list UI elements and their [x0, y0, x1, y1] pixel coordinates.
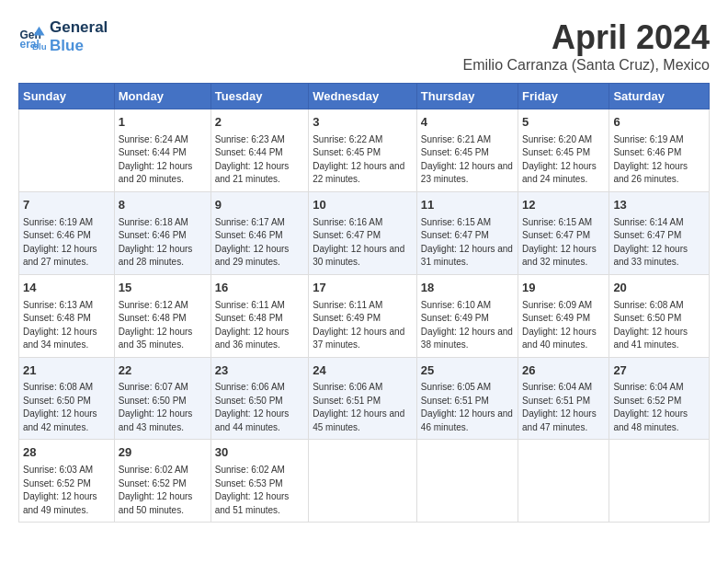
day-info: Sunrise: 6:15 AMSunset: 6:47 PMDaylight:…: [522, 216, 605, 270]
day-number: 12: [522, 197, 605, 214]
day-number: 7: [23, 197, 110, 214]
calendar-cell: [609, 440, 710, 523]
day-info: Sunrise: 6:08 AMSunset: 6:50 PMDaylight:…: [23, 381, 110, 434]
calendar-cell: [309, 440, 417, 523]
calendar-cell: 26Sunrise: 6:04 AMSunset: 6:51 PMDayligh…: [518, 357, 609, 440]
day-info: Sunrise: 6:18 AMSunset: 6:46 PMDaylight:…: [119, 216, 207, 270]
day-number: 4: [421, 114, 514, 132]
day-info: Sunrise: 6:12 AMSunset: 6:48 PMDaylight:…: [119, 299, 207, 352]
calendar-cell: 16Sunrise: 6:11 AMSunset: 6:48 PMDayligh…: [210, 274, 308, 357]
calendar-cell: [416, 440, 518, 523]
week-row: 1Sunrise: 6:24 AMSunset: 6:44 PMDaylight…: [19, 109, 710, 192]
calendar-cell: 30Sunrise: 6:02 AMSunset: 6:53 PMDayligh…: [210, 440, 308, 523]
day-info: Sunrise: 6:08 AMSunset: 6:50 PMDaylight:…: [613, 299, 705, 352]
day-number: 5: [522, 114, 605, 132]
calendar-cell: 28Sunrise: 6:03 AMSunset: 6:52 PMDayligh…: [19, 440, 115, 523]
header-section: Gen eral Blue General Blue April 2024 Em…: [18, 18, 710, 74]
day-info: Sunrise: 6:15 AMSunset: 6:47 PMDaylight:…: [421, 216, 514, 270]
day-number: 6: [613, 114, 705, 132]
day-number: 29: [119, 444, 207, 462]
day-number: 15: [119, 280, 207, 297]
calendar-cell: 6Sunrise: 6:19 AMSunset: 6:46 PMDaylight…: [609, 109, 710, 192]
week-row: 14Sunrise: 6:13 AMSunset: 6:48 PMDayligh…: [19, 274, 710, 357]
calendar-cell: [19, 109, 115, 192]
calendar-cell: 17Sunrise: 6:11 AMSunset: 6:49 PMDayligh…: [309, 274, 417, 357]
day-info: Sunrise: 6:03 AMSunset: 6:52 PMDaylight:…: [23, 464, 110, 517]
day-info: Sunrise: 6:04 AMSunset: 6:51 PMDaylight:…: [522, 381, 605, 434]
day-number: 22: [119, 362, 207, 380]
day-info: Sunrise: 6:02 AMSunset: 6:52 PMDaylight:…: [119, 464, 207, 517]
day-info: Sunrise: 6:19 AMSunset: 6:46 PMDaylight:…: [23, 216, 110, 270]
calendar-cell: 25Sunrise: 6:05 AMSunset: 6:51 PMDayligh…: [416, 357, 518, 440]
subtitle: Emilio Carranza (Santa Cruz), Mexico: [462, 57, 710, 74]
day-info: Sunrise: 6:21 AMSunset: 6:45 PMDaylight:…: [421, 133, 514, 187]
logo-icon: Gen eral Blue: [18, 23, 46, 51]
calendar-cell: 8Sunrise: 6:18 AMSunset: 6:46 PMDaylight…: [114, 191, 210, 274]
day-number: 10: [313, 197, 413, 214]
calendar-cell: 23Sunrise: 6:06 AMSunset: 6:50 PMDayligh…: [210, 357, 308, 440]
day-info: Sunrise: 6:10 AMSunset: 6:49 PMDaylight:…: [421, 299, 514, 352]
calendar-cell: 14Sunrise: 6:13 AMSunset: 6:48 PMDayligh…: [19, 274, 115, 357]
calendar-cell: 22Sunrise: 6:07 AMSunset: 6:50 PMDayligh…: [114, 357, 210, 440]
title-section: April 2024 Emilio Carranza (Santa Cruz),…: [462, 18, 710, 74]
day-number: 14: [23, 280, 110, 297]
week-row: 7Sunrise: 6:19 AMSunset: 6:46 PMDaylight…: [19, 191, 710, 274]
day-number: 25: [421, 362, 514, 380]
column-header-saturday: Saturday: [609, 84, 710, 109]
calendar-cell: [518, 440, 609, 523]
column-header-wednesday: Wednesday: [309, 84, 417, 109]
day-number: 8: [119, 197, 207, 214]
calendar-cell: 21Sunrise: 6:08 AMSunset: 6:50 PMDayligh…: [19, 357, 115, 440]
day-info: Sunrise: 6:24 AMSunset: 6:44 PMDaylight:…: [119, 133, 207, 187]
calendar-cell: 15Sunrise: 6:12 AMSunset: 6:48 PMDayligh…: [114, 274, 210, 357]
day-number: 17: [313, 280, 413, 297]
day-number: 3: [313, 114, 413, 132]
day-info: Sunrise: 6:16 AMSunset: 6:47 PMDaylight:…: [313, 216, 413, 270]
main-title: April 2024: [462, 18, 710, 57]
day-info: Sunrise: 6:05 AMSunset: 6:51 PMDaylight:…: [421, 381, 514, 434]
week-row: 21Sunrise: 6:08 AMSunset: 6:50 PMDayligh…: [19, 357, 710, 440]
column-header-thursday: Thursday: [416, 84, 518, 109]
day-info: Sunrise: 6:13 AMSunset: 6:48 PMDaylight:…: [23, 299, 110, 352]
column-header-monday: Monday: [114, 84, 210, 109]
day-info: Sunrise: 6:09 AMSunset: 6:49 PMDaylight:…: [522, 299, 605, 352]
day-number: 16: [215, 280, 304, 297]
day-number: 24: [313, 362, 413, 380]
day-info: Sunrise: 6:11 AMSunset: 6:49 PMDaylight:…: [313, 299, 413, 352]
day-info: Sunrise: 6:07 AMSunset: 6:50 PMDaylight:…: [119, 381, 207, 434]
calendar-cell: 27Sunrise: 6:04 AMSunset: 6:52 PMDayligh…: [609, 357, 710, 440]
day-info: Sunrise: 6:23 AMSunset: 6:44 PMDaylight:…: [215, 133, 304, 187]
day-number: 30: [215, 444, 304, 462]
calendar-cell: 10Sunrise: 6:16 AMSunset: 6:47 PMDayligh…: [309, 191, 417, 274]
day-number: 19: [522, 280, 605, 297]
calendar-cell: 3Sunrise: 6:22 AMSunset: 6:45 PMDaylight…: [309, 109, 417, 192]
day-number: 26: [522, 362, 605, 380]
day-info: Sunrise: 6:19 AMSunset: 6:46 PMDaylight:…: [613, 133, 705, 187]
calendar-cell: 1Sunrise: 6:24 AMSunset: 6:44 PMDaylight…: [114, 109, 210, 192]
column-header-tuesday: Tuesday: [210, 84, 308, 109]
calendar-cell: 2Sunrise: 6:23 AMSunset: 6:44 PMDaylight…: [210, 109, 308, 192]
calendar-cell: 13Sunrise: 6:14 AMSunset: 6:47 PMDayligh…: [609, 191, 710, 274]
day-number: 2: [215, 114, 304, 132]
day-number: 13: [613, 197, 705, 214]
day-number: 18: [421, 280, 514, 297]
calendar-cell: 7Sunrise: 6:19 AMSunset: 6:46 PMDaylight…: [19, 191, 115, 274]
calendar-cell: 4Sunrise: 6:21 AMSunset: 6:45 PMDaylight…: [416, 109, 518, 192]
day-number: 1: [119, 114, 207, 132]
day-number: 23: [215, 362, 304, 380]
day-info: Sunrise: 6:11 AMSunset: 6:48 PMDaylight:…: [215, 299, 304, 352]
day-number: 21: [23, 362, 110, 380]
day-info: Sunrise: 6:14 AMSunset: 6:47 PMDaylight:…: [613, 216, 705, 270]
week-row: 28Sunrise: 6:03 AMSunset: 6:52 PMDayligh…: [19, 440, 710, 523]
calendar-cell: 29Sunrise: 6:02 AMSunset: 6:52 PMDayligh…: [114, 440, 210, 523]
header-row: SundayMondayTuesdayWednesdayThursdayFrid…: [19, 84, 710, 109]
calendar-cell: 5Sunrise: 6:20 AMSunset: 6:45 PMDaylight…: [518, 109, 609, 192]
day-info: Sunrise: 6:06 AMSunset: 6:51 PMDaylight:…: [313, 381, 413, 434]
day-info: Sunrise: 6:06 AMSunset: 6:50 PMDaylight:…: [215, 381, 304, 434]
calendar-table: SundayMondayTuesdayWednesdayThursdayFrid…: [18, 83, 710, 523]
calendar-cell: 18Sunrise: 6:10 AMSunset: 6:49 PMDayligh…: [416, 274, 518, 357]
day-info: Sunrise: 6:22 AMSunset: 6:45 PMDaylight:…: [313, 133, 413, 187]
calendar-cell: 24Sunrise: 6:06 AMSunset: 6:51 PMDayligh…: [309, 357, 417, 440]
day-number: 20: [613, 280, 705, 297]
day-info: Sunrise: 6:20 AMSunset: 6:45 PMDaylight:…: [522, 133, 605, 187]
